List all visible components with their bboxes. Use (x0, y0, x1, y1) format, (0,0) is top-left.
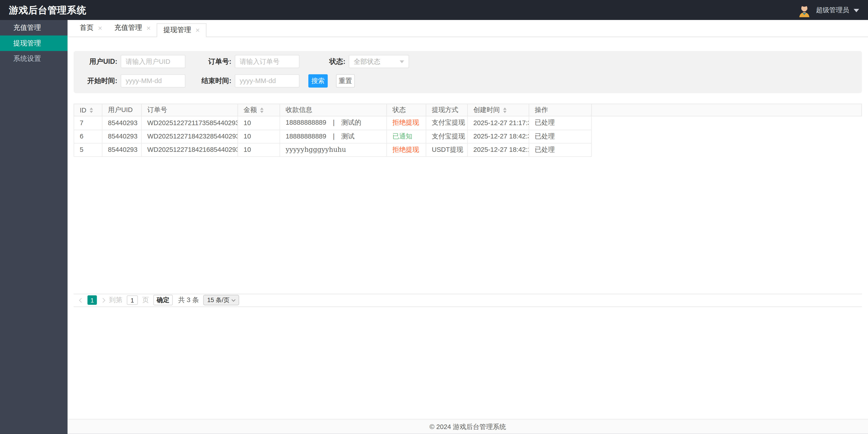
goto-page-input[interactable] (127, 295, 138, 305)
cell-order-no: WD20251227184232854402935694 (142, 129, 238, 143)
col-uid: 用户UID (102, 104, 142, 116)
search-row-2: 开始时间: 结束时间: 搜索 重置 (78, 74, 857, 88)
status-label: 状态: (300, 57, 349, 66)
sidebar-item-label: 系统设置 (13, 54, 41, 64)
pagination: 1 到第 页 确定 共 3 条 15 条/页 (74, 293, 862, 307)
top-bar: 游戏后台管理系统 超级管理员 (0, 0, 868, 20)
cell-uid: 85440293 (102, 143, 142, 156)
sidebar-item-settings[interactable]: 系统设置 (0, 51, 68, 66)
table-header-filler (592, 104, 862, 116)
tab-withdraw[interactable]: 提现管理 × (157, 23, 206, 37)
sort-icon (260, 107, 264, 113)
chevron-left-icon[interactable] (79, 298, 84, 302)
cell-action: 已处理 (529, 116, 592, 129)
table-row: 5 85440293 WD20251227184216854402935987 … (74, 143, 592, 156)
cell-action: 已处理 (529, 129, 592, 143)
user-menu[interactable]: 超级管理员 (797, 3, 859, 17)
cell-status: 拒绝提现 (387, 116, 426, 129)
search-panel: 用户UID: 订单号: 状态: 全部状态 开始时间: 结束时间: 搜索 (74, 51, 862, 93)
table-row: 7 85440293 WD20251227211735854402931141 … (74, 116, 592, 129)
cell-method: USDT提现 (426, 143, 467, 156)
cell-uid: 85440293 (102, 129, 142, 143)
end-time-label: 结束时间: (185, 76, 235, 86)
col-amount[interactable]: 金额 (238, 104, 280, 116)
total-count: 共 3 条 (178, 295, 199, 305)
col-method: 提现方式 (426, 104, 468, 116)
tab-bar: 首页 × 充值管理 × 提现管理 × (68, 20, 868, 37)
close-icon[interactable]: × (195, 27, 200, 34)
status-select-value: 全部状态 (354, 57, 380, 66)
sidebar-item-withdraw[interactable]: 提现管理 (0, 35, 68, 51)
cell-id: 6 (74, 129, 102, 143)
table-row: 6 85440293 WD20251227184232854402935694 … (74, 129, 592, 143)
start-time-label: 开始时间: (78, 76, 121, 86)
cell-id: 7 (74, 116, 102, 129)
tab-home[interactable]: 首页 × (74, 20, 108, 36)
tab-recharge[interactable]: 充值管理 × (108, 20, 157, 36)
col-id[interactable]: ID (74, 104, 102, 116)
cell-created: 2025-12-27 18:42:16 (467, 143, 529, 156)
cell-order-no: WD20251227211735854402931141 (142, 116, 238, 129)
goto-suffix: 页 (142, 295, 149, 305)
footer: © 2024 游戏后台管理系统 (68, 419, 868, 434)
chevron-down-icon (854, 8, 859, 12)
chevron-down-icon (231, 298, 235, 301)
page-button-current[interactable]: 1 (88, 295, 97, 305)
goto-confirm-button[interactable]: 确定 (153, 295, 173, 306)
cell-created: 2025-12-27 21:17:35 (467, 116, 529, 129)
status-select[interactable]: 全部状态 (349, 55, 409, 68)
order-no-input[interactable] (235, 55, 300, 68)
cell-amount: 10 (238, 116, 280, 129)
sidebar-item-label: 充值管理 (13, 23, 41, 33)
cell-payee: yyyyyhgggyyhuhu (280, 143, 387, 156)
cell-id: 5 (74, 143, 102, 156)
sidebar-item-recharge[interactable]: 充值管理 (0, 20, 68, 35)
sort-icon (503, 107, 506, 113)
goto-prefix: 到第 (109, 295, 122, 305)
search-button[interactable]: 搜索 (308, 74, 328, 88)
user-name: 超级管理员 (816, 5, 849, 15)
cell-method: 支付宝提现 (426, 129, 467, 143)
close-icon[interactable]: × (98, 24, 102, 32)
sidebar-item-label: 提现管理 (13, 38, 41, 48)
chevron-right-icon[interactable] (101, 298, 105, 302)
cell-amount: 10 (238, 129, 280, 143)
main-area: 首页 × 充值管理 × 提现管理 × 用户UID: 订单号: 状态: (68, 20, 868, 434)
cell-created: 2025-12-27 18:42:32 (467, 129, 529, 143)
col-payee: 收款信息 (280, 104, 387, 116)
tab-label: 提现管理 (163, 26, 191, 35)
page-size-select[interactable]: 15 条/页 (204, 295, 239, 306)
cell-amount: 10 (238, 143, 280, 156)
avatar (797, 3, 812, 17)
table-header: ID 用户UID 订单号 金额 收款信息 状态 提现方式 创建时间 操作 (74, 104, 862, 116)
cell-payee: 18888888889 | 测试 (280, 129, 387, 143)
tab-label: 首页 (80, 23, 94, 33)
cell-uid: 85440293 (102, 116, 142, 129)
tab-label: 充值管理 (114, 23, 142, 33)
content: 用户UID: 订单号: 状态: 全部状态 开始时间: 结束时间: 搜索 (68, 51, 868, 307)
cell-order-no: WD20251227184216854402935987 (142, 143, 238, 156)
col-created[interactable]: 创建时间 (468, 104, 529, 116)
sidebar: 充值管理 提现管理 系统设置 (0, 20, 68, 434)
end-time-input[interactable] (235, 74, 300, 88)
withdraw-table: 7 85440293 WD20251227211735854402931141 … (74, 116, 592, 156)
cell-status: 已通知 (387, 129, 426, 143)
cell-method: 支付宝提现 (426, 116, 467, 129)
cell-payee: 18888888889 | 测试的 (280, 116, 387, 129)
reset-button[interactable]: 重置 (336, 74, 355, 88)
order-no-label: 订单号: (185, 57, 235, 66)
close-icon[interactable]: × (147, 24, 151, 32)
copyright-text: © 2024 游戏后台管理系统 (430, 422, 506, 432)
start-time-input[interactable] (121, 74, 186, 88)
cell-action: 已处理 (529, 143, 592, 156)
col-status: 状态 (387, 104, 426, 116)
app-window: 游戏后台管理系统 超级管理员 充值管理 提现管理 系统设置 (0, 0, 868, 434)
caret-down-icon (400, 60, 404, 63)
sort-icon (90, 107, 93, 113)
uid-input[interactable] (121, 55, 186, 68)
app-title: 游戏后台管理系统 (9, 4, 86, 16)
page-size-value: 15 条/页 (207, 296, 230, 305)
col-action: 操作 (529, 104, 592, 116)
col-order-no: 订单号 (142, 104, 238, 116)
uid-label: 用户UID: (78, 57, 121, 66)
